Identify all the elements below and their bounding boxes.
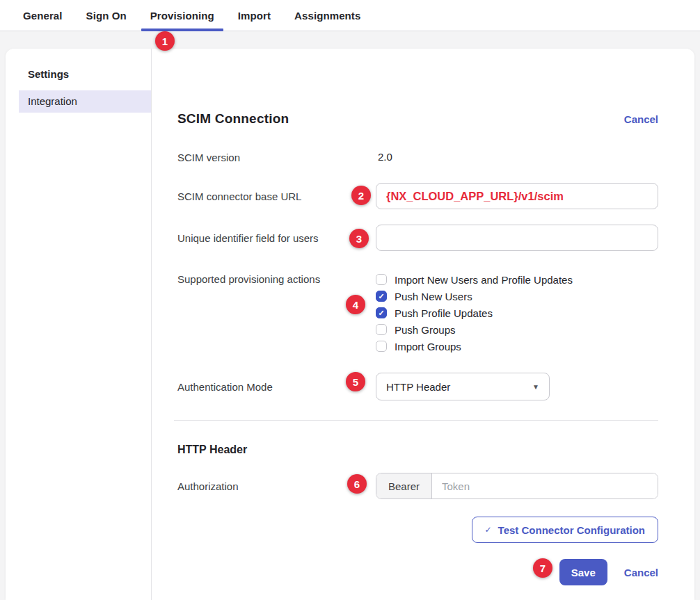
base-url-input[interactable] — [376, 183, 658, 209]
annotation-badge-4: 4 — [346, 295, 365, 314]
cancel-link-top[interactable]: Cancel — [624, 113, 658, 125]
annotation-badge-1: 1 — [155, 31, 175, 51]
scim-version-label: SCIM version — [177, 152, 376, 163]
provisioning-card: Settings Integration SCIM Connection Can… — [6, 49, 694, 600]
annotation-badge-3: 3 — [349, 229, 369, 248]
checkbox-row: ✓Push Profile Updates — [376, 305, 658, 321]
checkbox-row: ✓Push New Users — [376, 288, 658, 305]
app-tab-bar: General Sign On Provisioning Import Assi… — [0, 0, 700, 31]
checkbox-import-new-users-and-profile-updates[interactable] — [376, 274, 387, 285]
unique-identifier-label: Unique identifier field for users — [177, 232, 376, 244]
checkbox-import-groups[interactable] — [376, 341, 387, 352]
authorization-token-input[interactable] — [432, 473, 658, 498]
http-header-heading: HTTP Header — [177, 444, 658, 456]
page: General Sign On Provisioning Import Assi… — [0, 0, 700, 600]
checkbox-row: Import Groups — [376, 338, 658, 355]
sidebar-header: Settings — [6, 68, 151, 90]
section-divider — [174, 420, 658, 421]
sidebar-item-integration[interactable]: Integration — [19, 90, 151, 113]
save-button[interactable]: Save — [559, 559, 607, 585]
chevron-down-icon: ▼ — [532, 383, 539, 391]
scim-connection-form: SCIM Connection Cancel SCIM version 2.0 … — [152, 49, 694, 600]
authorization-label: Authorization — [177, 480, 376, 492]
cancel-link-bottom[interactable]: Cancel — [624, 567, 658, 578]
scim-version-value: 2.0 — [376, 151, 392, 163]
checkbox-label: Push New Users — [395, 291, 472, 302]
settings-sidebar: Settings Integration — [6, 49, 152, 600]
auth-mode-selected-value: HTTP Header — [386, 381, 450, 393]
provisioning-actions-label: Supported provisioning actions — [177, 271, 376, 285]
tab-sign-on[interactable]: Sign On — [74, 0, 138, 31]
tab-general[interactable]: General — [11, 0, 74, 31]
authorization-prefix: Bearer — [376, 473, 432, 498]
checkbox-label: Import Groups — [395, 341, 461, 352]
tab-provisioning[interactable]: Provisioning — [138, 0, 226, 31]
checkbox-row: Push Groups — [376, 321, 658, 338]
test-connector-configuration-label: Test Connector Configuration — [498, 524, 645, 536]
annotation-badge-7: 7 — [533, 558, 552, 578]
check-icon: ✓ — [485, 525, 492, 535]
page-title: SCIM Connection — [177, 111, 289, 127]
auth-mode-select[interactable]: HTTP Header ▼ — [376, 373, 550, 400]
checkbox-push-profile-updates[interactable]: ✓ — [376, 307, 387, 318]
annotation-badge-5: 5 — [346, 372, 365, 391]
base-url-label: SCIM connector base URL — [177, 190, 376, 202]
checkbox-label: Push Profile Updates — [395, 307, 493, 319]
tab-assignments[interactable]: Assignments — [283, 0, 372, 31]
annotation-badge-2: 2 — [351, 186, 371, 205]
checkbox-push-groups[interactable] — [376, 324, 387, 335]
tab-import[interactable]: Import — [226, 0, 283, 31]
checkbox-label: Push Groups — [395, 324, 456, 336]
checkbox-row: Import New Users and Profile Updates — [376, 271, 658, 288]
checkbox-push-new-users[interactable]: ✓ — [376, 291, 387, 302]
checkbox-label: Import New Users and Profile Updates — [395, 274, 573, 286]
annotation-badge-6: 6 — [347, 474, 367, 494]
test-connector-configuration-button[interactable]: ✓ Test Connector Configuration — [472, 517, 658, 543]
unique-identifier-input[interactable] — [376, 225, 658, 251]
authorization-input-group: Bearer — [376, 473, 658, 499]
provisioning-actions-list: Import New Users and Profile Updates✓Pus… — [376, 271, 658, 355]
